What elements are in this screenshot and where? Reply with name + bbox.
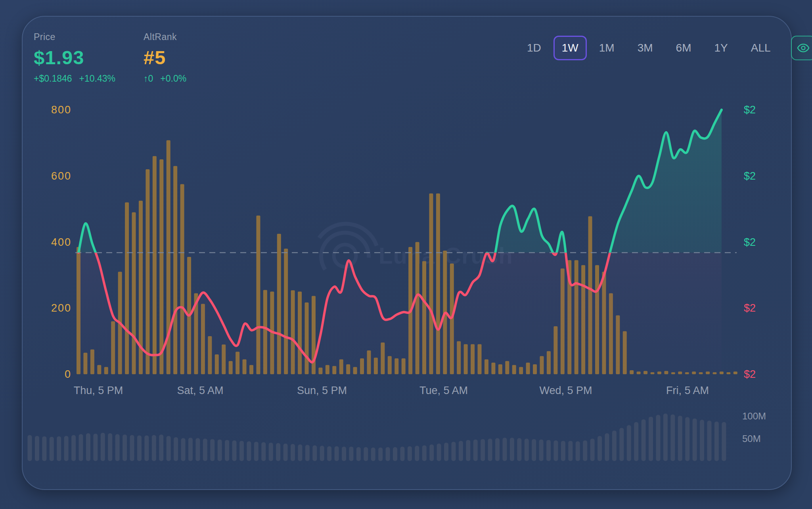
range-button-1w[interactable]: 1W: [553, 36, 587, 60]
altrank-delta: ↑0: [144, 73, 153, 84]
eye-icon: [797, 41, 810, 55]
chart-panel: [22, 16, 792, 490]
range-button-6m[interactable]: 6M: [665, 36, 702, 60]
price-delta: +$0.1846: [34, 73, 72, 84]
price-stat-block: Price $1.93 +$0.1846+10.43%: [34, 32, 123, 84]
watch-eye-button[interactable]: [791, 36, 812, 60]
range-button-1d[interactable]: 1D: [516, 36, 552, 60]
price-value: $1.93: [34, 46, 123, 69]
price-label: Price: [34, 32, 123, 42]
time-range-selector: 1D1W1M3M6M1YALL: [515, 36, 812, 60]
range-button-1y[interactable]: 1Y: [704, 36, 739, 60]
altrank-pct: +0.0%: [160, 73, 186, 84]
altrank-change: ↑0+0.0%: [144, 73, 193, 84]
range-button-all[interactable]: ALL: [740, 36, 781, 60]
altrank-label: AltRank: [144, 32, 193, 42]
range-button-1m[interactable]: 1M: [588, 36, 625, 60]
altrank-stat-block: AltRank #5 ↑0+0.0%: [144, 32, 193, 84]
range-buttons: 1D1W1M3M6M1YALL: [515, 36, 782, 60]
altrank-value: #5: [144, 46, 193, 69]
price-change: +$0.1846+10.43%: [34, 73, 123, 84]
price-pct: +10.43%: [79, 73, 115, 84]
range-button-3m[interactable]: 3M: [627, 36, 664, 60]
